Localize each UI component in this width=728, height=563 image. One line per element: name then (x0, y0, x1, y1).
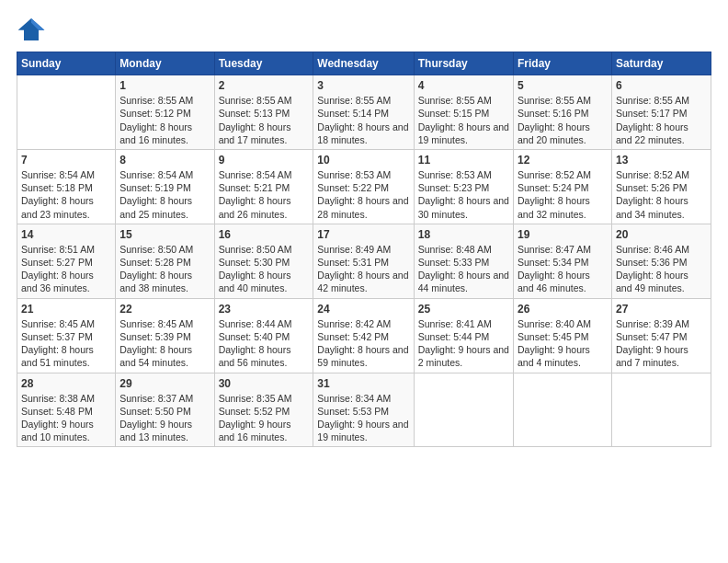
calendar-cell: 8Sunrise: 8:54 AMSunset: 5:19 PMDaylight… (116, 149, 214, 224)
day-number: 15 (119, 227, 210, 242)
calendar-week-row: 7Sunrise: 8:54 AMSunset: 5:18 PMDaylight… (17, 149, 711, 224)
sunrise: Sunrise: 8:45 AM (21, 318, 95, 329)
calendar-cell: 2Sunrise: 8:55 AMSunset: 5:13 PMDaylight… (214, 75, 313, 150)
sunset: Sunset: 5:19 PM (119, 182, 191, 193)
day-number: 7 (21, 153, 111, 167)
calendar-cell: 11Sunrise: 8:53 AMSunset: 5:23 PMDayligh… (414, 149, 513, 224)
day-number: 9 (219, 153, 310, 167)
calendar-cell: 12Sunrise: 8:52 AMSunset: 5:24 PMDayligh… (513, 149, 611, 224)
sunrise: Sunrise: 8:45 AM (119, 318, 193, 329)
header-row: SundayMondayTuesdayWednesdayThursdayFrid… (17, 52, 711, 75)
sunrise: Sunrise: 8:54 AM (119, 169, 193, 180)
daylight: Daylight: 8 hours and 59 minutes. (317, 344, 408, 368)
daylight: Daylight: 9 hours and 19 minutes. (317, 419, 408, 442)
calendar-cell: 26Sunrise: 8:40 AMSunset: 5:45 PMDayligh… (513, 298, 611, 373)
calendar-week-row: 1Sunrise: 8:55 AMSunset: 5:12 PMDaylight… (17, 75, 711, 150)
daylight: Daylight: 9 hours and 7 minutes. (616, 344, 688, 368)
sunrise: Sunrise: 8:38 AM (21, 393, 95, 404)
sunrise: Sunrise: 8:53 AM (418, 169, 492, 180)
sunset: Sunset: 5:50 PM (119, 406, 191, 417)
sunset: Sunset: 5:40 PM (219, 331, 290, 342)
calendar-cell (414, 373, 513, 447)
calendar-cell: 15Sunrise: 8:50 AMSunset: 5:28 PMDayligh… (116, 224, 214, 298)
calendar-cell: 6Sunrise: 8:55 AMSunset: 5:17 PMDaylight… (611, 75, 711, 150)
sunrise: Sunrise: 8:54 AM (21, 169, 95, 180)
day-number: 26 (518, 302, 608, 316)
sunset: Sunset: 5:53 PM (317, 406, 389, 417)
day-number: 8 (119, 153, 210, 167)
daylight: Daylight: 8 hours and 38 minutes. (119, 270, 192, 293)
sunset: Sunset: 5:14 PM (317, 108, 389, 119)
sunrise: Sunrise: 8:34 AM (317, 393, 391, 404)
sunset: Sunset: 5:45 PM (518, 331, 589, 342)
sunrise: Sunrise: 8:44 AM (219, 318, 292, 329)
day-number: 12 (518, 153, 608, 167)
daylight: Daylight: 9 hours and 13 minutes. (119, 419, 192, 442)
sunset: Sunset: 5:36 PM (616, 257, 688, 268)
logo-icon (17, 17, 46, 42)
daylight: Daylight: 8 hours and 32 minutes. (518, 195, 590, 219)
sunset: Sunset: 5:42 PM (317, 331, 389, 342)
day-number: 14 (21, 227, 111, 242)
sunset: Sunset: 5:39 PM (119, 331, 191, 342)
day-number: 11 (418, 153, 509, 167)
day-number: 17 (317, 227, 409, 242)
logo (17, 17, 48, 42)
sunset: Sunset: 5:28 PM (119, 257, 191, 268)
sunrise: Sunrise: 8:41 AM (418, 318, 492, 329)
day-header: Thursday (414, 52, 513, 75)
calendar-cell: 10Sunrise: 8:53 AMSunset: 5:22 PMDayligh… (313, 149, 414, 224)
daylight: Daylight: 8 hours and 16 minutes. (119, 121, 192, 145)
calendar-cell: 22Sunrise: 8:45 AMSunset: 5:39 PMDayligh… (116, 298, 214, 373)
sunrise: Sunrise: 8:55 AM (119, 95, 193, 106)
calendar-cell: 17Sunrise: 8:49 AMSunset: 5:31 PMDayligh… (313, 224, 414, 298)
calendar-cell: 27Sunrise: 8:39 AMSunset: 5:47 PMDayligh… (611, 298, 711, 373)
sunrise: Sunrise: 8:50 AM (119, 244, 193, 255)
daylight: Daylight: 8 hours and 36 minutes. (21, 270, 94, 293)
sunset: Sunset: 5:18 PM (21, 182, 93, 193)
sunrise: Sunrise: 8:53 AM (317, 169, 391, 180)
sunset: Sunset: 5:12 PM (119, 108, 191, 119)
sunrise: Sunrise: 8:55 AM (219, 95, 292, 106)
sunset: Sunset: 5:31 PM (317, 257, 389, 268)
calendar-cell: 29Sunrise: 8:37 AMSunset: 5:50 PMDayligh… (116, 373, 214, 447)
calendar-cell: 30Sunrise: 8:35 AMSunset: 5:52 PMDayligh… (214, 373, 313, 447)
page: SundayMondayTuesdayWednesdayThursdayFrid… (0, 0, 728, 456)
sunrise: Sunrise: 8:37 AM (119, 393, 193, 404)
sunset: Sunset: 5:34 PM (518, 257, 589, 268)
daylight: Daylight: 8 hours and 22 minutes. (616, 121, 688, 145)
calendar-cell: 4Sunrise: 8:55 AMSunset: 5:15 PMDaylight… (414, 75, 513, 150)
sunset: Sunset: 5:26 PM (616, 182, 688, 193)
sunrise: Sunrise: 8:47 AM (518, 244, 591, 255)
sunset: Sunset: 5:33 PM (418, 257, 490, 268)
sunset: Sunset: 5:23 PM (418, 182, 490, 193)
day-number: 2 (219, 78, 310, 93)
header (17, 17, 711, 42)
daylight: Daylight: 9 hours and 16 minutes. (219, 419, 291, 442)
day-number: 18 (418, 227, 509, 242)
sunset: Sunset: 5:27 PM (21, 257, 93, 268)
day-number: 16 (219, 227, 310, 242)
daylight: Daylight: 8 hours and 49 minutes. (616, 270, 688, 293)
day-number: 27 (616, 302, 707, 316)
calendar-week-row: 14Sunrise: 8:51 AMSunset: 5:27 PMDayligh… (17, 224, 711, 298)
daylight: Daylight: 8 hours and 25 minutes. (119, 195, 192, 219)
day-number: 28 (21, 376, 111, 391)
sunrise: Sunrise: 8:42 AM (317, 318, 391, 329)
daylight: Daylight: 8 hours and 56 minutes. (219, 344, 291, 368)
calendar-cell: 7Sunrise: 8:54 AMSunset: 5:18 PMDaylight… (17, 149, 116, 224)
daylight: Daylight: 9 hours and 4 minutes. (518, 344, 590, 368)
day-header: Tuesday (214, 52, 313, 75)
day-number: 20 (616, 227, 707, 242)
sunset: Sunset: 5:21 PM (219, 182, 290, 193)
sunrise: Sunrise: 8:55 AM (518, 95, 591, 106)
sunrise: Sunrise: 8:49 AM (317, 244, 391, 255)
sunrise: Sunrise: 8:52 AM (616, 169, 689, 180)
calendar-table: SundayMondayTuesdayWednesdayThursdayFrid… (17, 52, 711, 447)
daylight: Daylight: 8 hours and 34 minutes. (616, 195, 688, 219)
day-number: 5 (518, 78, 608, 93)
sunset: Sunset: 5:13 PM (219, 108, 290, 119)
day-number: 1 (119, 78, 210, 93)
day-number: 10 (317, 153, 409, 167)
sunrise: Sunrise: 8:50 AM (219, 244, 292, 255)
